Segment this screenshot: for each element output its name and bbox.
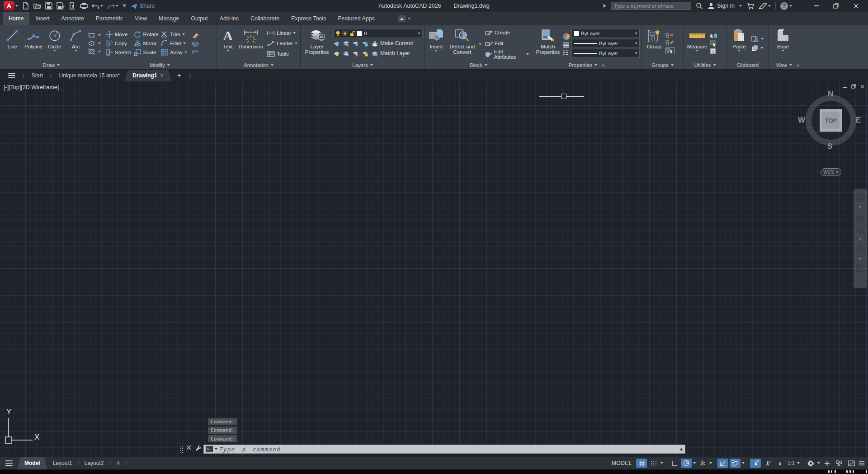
- command-settings-wrench-icon[interactable]: [195, 445, 202, 451]
- panel-label-draw[interactable]: Draw: [0, 61, 103, 69]
- array-caret[interactable]: [184, 52, 187, 53]
- copy-button[interactable]: Copy: [105, 39, 132, 48]
- group-edit-button[interactable]: [665, 40, 675, 46]
- line-button[interactable]: Line: [2, 26, 23, 61]
- command-window-close-icon[interactable]: [186, 445, 191, 450]
- viewport-minimize-icon[interactable]: [843, 83, 847, 89]
- qat-customize-button[interactable]: [123, 5, 126, 8]
- match-properties-button[interactable]: Match Properties: [534, 26, 562, 61]
- insert-caret[interactable]: [435, 50, 438, 52]
- tab-insert[interactable]: Insert: [29, 12, 55, 25]
- navbar-caret[interactable]: [859, 238, 862, 240]
- drawing-canvas[interactable]: [-] [Top] [2D Wireframe] N S W E TOP WCS…: [0, 81, 868, 457]
- properties-launcher-icon[interactable]: ↘: [601, 62, 605, 67]
- panel-label-utilities[interactable]: Utilities: [684, 61, 726, 69]
- circle-button[interactable]: Circle: [44, 26, 66, 61]
- isolate-objects-button[interactable]: [834, 459, 844, 468]
- snap-caret[interactable]: [660, 462, 663, 464]
- panel-label-groups[interactable]: Groups: [642, 61, 683, 69]
- explode-button[interactable]: [192, 41, 199, 47]
- cut-button[interactable]: [751, 36, 764, 42]
- offset-button[interactable]: [192, 49, 199, 55]
- lineweight-icon[interactable]: [563, 42, 570, 48]
- isodraft-toggle[interactable]: [697, 459, 708, 468]
- panel-label-block[interactable]: Block: [425, 61, 532, 69]
- snap-mode-toggle[interactable]: [648, 459, 659, 468]
- layout-tab-layout2[interactable]: Layout2: [80, 457, 108, 469]
- mirror-button[interactable]: Mirror: [133, 39, 159, 48]
- viewcube-north[interactable]: N: [828, 90, 833, 99]
- move-button[interactable]: Move: [105, 30, 132, 39]
- redo-history-caret[interactable]: [116, 5, 118, 7]
- linetype-caret[interactable]: [635, 52, 637, 54]
- panel-label-clipboard[interactable]: Clipboard: [727, 61, 768, 69]
- insert-button[interactable]: Insert: [427, 26, 446, 61]
- tab-view[interactable]: View: [129, 12, 153, 25]
- navigation-bar[interactable]: [854, 189, 867, 288]
- viewcube-top-face[interactable]: TOP: [820, 109, 842, 132]
- tab-home[interactable]: Home: [3, 12, 29, 25]
- viewport-view-control[interactable]: [Top]: [9, 84, 21, 90]
- command-window-grip[interactable]: [180, 446, 184, 453]
- tab-manage[interactable]: Manage: [153, 12, 185, 25]
- command-input[interactable]: [219, 446, 678, 453]
- polyline-button[interactable]: Polyline: [23, 26, 44, 61]
- signin-caret[interactable]: [739, 5, 742, 7]
- layout-tab-model[interactable]: Model: [17, 457, 47, 469]
- annotation-autoscale-toggle[interactable]: [762, 459, 773, 468]
- new-layout-button[interactable]: +: [112, 457, 125, 469]
- stretch-button[interactable]: Stretch: [105, 48, 132, 57]
- tab-annotate[interactable]: Annotate: [56, 12, 90, 25]
- layer-unisolate-icon[interactable]: [343, 51, 349, 57]
- file-tabs-menu-icon[interactable]: [5, 71, 19, 80]
- block-create-button[interactable]: Create: [484, 28, 530, 37]
- view-launcher-icon[interactable]: ↘: [796, 62, 800, 67]
- group-selection-toggle[interactable]: [665, 47, 675, 54]
- viewport-style-control[interactable]: [2D Wireframe]: [21, 84, 59, 90]
- annotation-scale-value[interactable]: 1:1: [787, 460, 796, 466]
- tab-addins[interactable]: Add-ins: [214, 12, 245, 25]
- panel-label-modify[interactable]: Modify: [103, 61, 217, 69]
- plot-icon[interactable]: [80, 2, 88, 9]
- layer-combo-caret[interactable]: [418, 33, 420, 34]
- showmotion-icon[interactable]: [856, 264, 865, 272]
- layer-off-icon[interactable]: [333, 41, 340, 47]
- leader-button[interactable]: Leader: [266, 39, 298, 48]
- detect-convert-button[interactable]: Detect and Convert: [446, 26, 479, 61]
- object-color-combo[interactable]: ByLayer: [571, 29, 640, 38]
- paste-button[interactable]: Paste: [729, 26, 750, 61]
- annotation-visibility-toggle[interactable]: [750, 459, 761, 468]
- new-file-icon[interactable]: [22, 2, 29, 9]
- workspace-switching-button[interactable]: [805, 459, 816, 468]
- linear-button[interactable]: Linear: [266, 28, 298, 38]
- annotation-scale-caret[interactable]: [797, 462, 800, 464]
- copy-clip-button[interactable]: [751, 45, 764, 52]
- viewcube-west[interactable]: W: [798, 116, 805, 125]
- pan-hand-icon[interactable]: [856, 212, 865, 221]
- scale-button[interactable]: Scale: [133, 48, 159, 57]
- group-button[interactable]: Group: [644, 26, 665, 61]
- arc-caret[interactable]: [75, 50, 77, 52]
- app-menu-button[interactable]: A: [4, 1, 18, 10]
- select-similar-button[interactable]: [710, 40, 717, 47]
- file-tab-start[interactable]: Start: [28, 70, 47, 81]
- undo-button[interactable]: [92, 3, 103, 9]
- viewport-restore-icon[interactable]: [851, 83, 856, 89]
- grid-display-toggle[interactable]: [636, 459, 647, 468]
- share-button[interactable]: Share: [130, 3, 155, 9]
- arc-button[interactable]: Arc: [65, 26, 86, 61]
- edit-attributes-button[interactable]: Edit Attributes: [484, 50, 530, 59]
- viewcube-east[interactable]: E: [856, 116, 861, 125]
- save-as-icon[interactable]: [57, 2, 65, 9]
- fillet-button[interactable]: Fillet: [160, 39, 188, 48]
- quick-select-button[interactable]: [710, 33, 717, 39]
- open-from-web-icon[interactable]: [69, 2, 76, 9]
- panel-label-view[interactable]: View↘: [769, 61, 868, 69]
- measure-button[interactable]: Measure: [685, 26, 709, 61]
- signin-button[interactable]: Sign In: [708, 2, 735, 9]
- navbar-caret[interactable]: [859, 206, 862, 208]
- fillet-caret[interactable]: [183, 43, 186, 44]
- layer-freeze-icon[interactable]: [352, 41, 359, 47]
- trim-caret[interactable]: [182, 33, 185, 35]
- linear-caret[interactable]: [293, 32, 296, 34]
